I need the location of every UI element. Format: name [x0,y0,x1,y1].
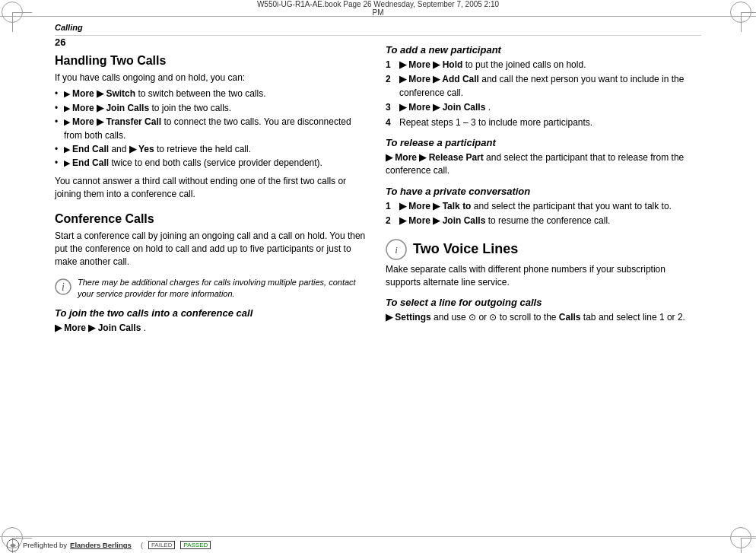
bullet-3-bold: More ▶ Transfer Call [72,116,161,127]
step-1-rest: to put the joined calls on hold. [465,59,586,70]
select-line-heading: To select a line for outgoing calls [386,297,701,308]
priv-step-1-rest: and select the participant that you want… [474,201,672,211]
bullet-5: ▶ End Call twice to end both calls (serv… [55,157,370,170]
bullet-2-icon: ▶ [64,103,72,113]
step-1-content: ▶ More ▶ Hold to put the joined calls on… [399,59,701,72]
step-3-bold: ▶ More ▶ Join Calls [399,102,485,113]
conference-calls-section: Conference Calls Start a conference call… [55,212,370,269]
priv-step-2-rest: to resume the conference call. [488,215,611,226]
content-area: 26 Handling Two Calls If you have calls … [55,37,701,526]
add-participant-steps: 1 ▶ More ▶ Hold to put the joined calls … [386,59,701,129]
step-2-bold: ▶ More ▶ Add Call [399,74,479,84]
scroll-icon-1: ⊙ [469,312,476,323]
handling-two-calls-heading: Handling Two Calls [55,54,370,68]
svg-text:i: i [395,244,398,256]
scroll-icon-2: ⊙ [489,312,497,323]
step-3-num: 3 [386,101,396,114]
tvl-header: i Two Voice Lines [386,239,701,260]
priv-step-1-bold: ▶ More ▶ Talk to [399,201,471,211]
private-conversation-section: To have a private conversation 1 ▶ More … [386,186,701,228]
left-column: 26 Handling Two Calls If you have calls … [55,37,370,526]
bullet-2-bold: More ▶ Join Calls [72,103,149,113]
release-bold: More ▶ Release Part [395,152,483,163]
bullet-4-icon: ▶ [64,145,72,154]
conference-calls-heading: Conference Calls [55,212,370,226]
bullet-4-bold2: ▶ Yes [129,144,154,154]
settings-bold: Settings [395,312,430,323]
two-voice-lines-intro: Make separate calls with different phone… [386,263,701,290]
priv-step-1-content: ▶ More ▶ Talk to and select the particip… [399,200,701,213]
select-line-text3: tab and select line 1 or 2. [583,312,685,323]
header-title: W550i-UG-R1A-AE.book Page 26 Wednesday, … [255,0,500,17]
header-bar: W550i-UG-R1A-AE.book Page 26 Wednesday, … [0,0,756,17]
join-calls-section: To join the two calls into a conference … [55,307,370,335]
priv-step-1-num: 1 [386,200,396,213]
note-text: There may be additional charges for call… [78,277,370,300]
two-voice-lines-section: i Two Voice Lines Make separate calls wi… [386,239,701,290]
priv-step-2: 2 ▶ More ▶ Join Calls to resume the conf… [386,215,701,227]
release-arrow: ▶ [386,152,395,163]
join-calls-period: . [144,323,146,333]
bullet-5-bold: End Call [72,157,109,168]
step-1-num: 1 [386,59,396,72]
step-4-content: Repeat steps 1 – 3 to include more parti… [399,116,701,129]
page-container: W550i-UG-R1A-AE.book Page 26 Wednesday, … [0,0,756,553]
join-calls-step: ▶ More ▶ Join Calls . [55,322,370,335]
footer-company: Elanders Berlings [70,541,132,549]
section-title: Calling [55,23,83,32]
step-4-text: Repeat steps 1 – 3 to include more parti… [399,117,592,128]
bullet-1: ▶ More ▶ Switch to switch between the tw… [55,87,370,100]
corner-decoration-tr [730,2,754,26]
step-1: 1 ▶ More ▶ Hold to put the joined calls … [386,59,701,72]
bullet-4-and: and [111,144,129,154]
step-3-period: . [488,102,491,113]
two-voice-lines-icon: i [386,239,407,260]
failed-badge: FAILED [148,541,176,549]
add-participant-heading: To add a new participant [386,44,701,56]
priv-step-2-num: 2 [386,215,396,227]
bullet-2-rest: to join the two calls. [151,103,231,113]
step-3: 3 ▶ More ▶ Join Calls . [386,101,701,114]
handling-two-calls-closing: You cannot answer a third call without e… [55,175,370,202]
section-header: Calling [55,21,701,36]
bullet-1-rest: to switch between the two calls. [138,88,265,99]
select-line-text1: and use [434,312,469,323]
handling-two-calls-bullets: ▶ More ▶ Switch to switch between the tw… [55,87,370,170]
priv-step-2-bold: ▶ More ▶ Join Calls [399,215,485,226]
select-line-or: or [478,312,489,323]
note-icon: i [55,278,71,295]
two-voice-lines-heading: Two Voice Lines [413,241,518,257]
step-2-content: ▶ More ▶ Add Call and call the next pers… [399,73,701,100]
step-4-num: 4 [386,116,396,129]
bullet-1-bold: More ▶ Switch [72,88,135,99]
settings-arrow: ▶ [386,312,395,323]
bullet-3-icon: ▶ [64,117,72,126]
handling-two-calls-intro: If you have calls ongoing and on hold, y… [55,72,370,84]
release-participant-heading: To release a participant [386,137,701,148]
bullet-2: ▶ More ▶ Join Calls to join the two call… [55,102,370,115]
bullet-4: ▶ End Call and ▶ Yes to retrieve the hel… [55,143,370,156]
page-number: 26 [55,37,370,48]
conference-calls-intro: Start a conference call by joining an on… [55,230,370,269]
select-line-section: To select a line for outgoing calls ▶ Se… [386,297,701,324]
release-participant-text: ▶ More ▶ Release Part and select the par… [386,151,701,178]
priv-step-2-content: ▶ More ▶ Join Calls to resume the confer… [399,215,701,227]
footer-logo-icon [6,539,20,552]
step-2: 2 ▶ More ▶ Add Call and call the next pe… [386,73,701,100]
footer-logo: Preflighted by Elanders Berlings ( FAILE… [6,539,211,552]
join-calls-step-arrow: ▶ [55,323,64,333]
handling-two-calls-section: Handling Two Calls If you have calls ong… [55,54,370,202]
release-participant-section: To release a participant ▶ More ▶ Releas… [386,137,701,178]
bullet-3: ▶ More ▶ Transfer Call to connect the tw… [55,116,370,142]
bullet-4-bold: End Call [72,144,109,154]
note-box: i There may be additional charges for ca… [55,277,370,300]
private-conversation-heading: To have a private conversation [386,186,701,197]
step-2-num: 2 [386,73,396,100]
priv-step-1: 1 ▶ More ▶ Talk to and select the partic… [386,200,701,213]
svg-text:i: i [62,281,65,293]
bullet-4-rest: to retrieve the held call. [157,144,251,154]
step-4: 4 Repeat steps 1 – 3 to include more par… [386,116,701,129]
select-line-text: ▶ Settings and use ⊙ or ⊙ to scroll to t… [386,311,701,324]
passed-badge: PASSED [180,541,211,549]
join-calls-heading: To join the two calls into a conference … [55,307,370,319]
